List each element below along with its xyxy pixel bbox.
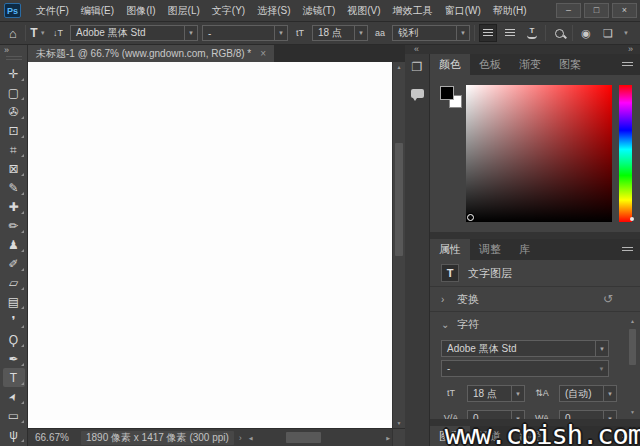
reset-transform-icon[interactable]: ↺ xyxy=(603,292,613,306)
color-tab-0[interactable]: 颜色 xyxy=(430,54,470,75)
eraser-tool[interactable]: ▱ xyxy=(3,273,25,292)
panel-menu-icon[interactable] xyxy=(622,62,633,68)
lasso-tool-icon: ✇ xyxy=(8,106,18,118)
char-font-style-select[interactable]: - ▼ xyxy=(441,360,609,377)
hue-slider-marker[interactable] xyxy=(630,217,634,221)
hue-slider[interactable] xyxy=(619,85,632,222)
char-tracking-select[interactable]: 0 ▼ xyxy=(559,410,617,419)
scroll-down-icon[interactable]: ▼ xyxy=(393,419,405,427)
hand-tool[interactable]: ψ xyxy=(3,425,25,444)
menu-item-10[interactable]: 帮助(H) xyxy=(487,0,533,21)
char-kerning-select[interactable]: 0 ▼ xyxy=(467,410,525,419)
document-tab[interactable]: 未标题-1 @ 66.7% (www.gndown.com, RGB/8) * … xyxy=(28,45,274,62)
layers-tab-0[interactable]: 图层 xyxy=(430,426,470,446)
color-tab-3[interactable]: 图案 xyxy=(550,54,590,75)
menu-item-6[interactable]: 滤镜(T) xyxy=(297,0,342,21)
lasso-tool[interactable]: ✇ xyxy=(3,102,25,121)
horizontal-scroll-thumb[interactable] xyxy=(286,432,321,443)
home-icon[interactable]: ⌂ xyxy=(5,24,21,42)
anti-alias-select[interactable]: 锐利 ▼ xyxy=(392,25,470,41)
eyedropper-tool[interactable]: ✎ xyxy=(3,178,25,197)
status-chevron-icon[interactable]: › xyxy=(239,433,242,443)
panel-menu-icon[interactable] xyxy=(622,247,633,253)
properties-tab-0[interactable]: 属性 xyxy=(430,239,470,260)
move-tool[interactable]: ✛ xyxy=(3,64,25,83)
minimize-button[interactable]: – xyxy=(556,3,581,18)
color-field-marker[interactable] xyxy=(467,214,474,221)
spot-healing-brush-tool[interactable]: ✚ xyxy=(3,197,25,216)
rectangular-marquee-tool[interactable]: ▢ xyxy=(3,83,25,102)
help-button[interactable]: ◉ xyxy=(577,24,595,42)
foreground-color-swatch[interactable] xyxy=(440,86,454,100)
color-tab-2[interactable]: 渐变 xyxy=(510,54,550,75)
properties-scroll-thumb[interactable] xyxy=(629,329,636,365)
gradient-tool[interactable]: ▤ xyxy=(3,292,25,311)
clone-stamp-tool[interactable]: ♟ xyxy=(3,235,25,254)
menu-item-0[interactable]: 文件(F) xyxy=(30,0,75,21)
collapse-panels-chevron[interactable]: « xyxy=(414,45,419,54)
properties-tab-1[interactable]: 调整 xyxy=(470,239,510,260)
history-brush-tool[interactable]: ✐ xyxy=(3,254,25,273)
libraries-panel-icon[interactable]: ❐ xyxy=(408,60,426,74)
scroll-up-icon[interactable]: ▲ xyxy=(393,63,405,71)
scroll-right-icon[interactable]: ▶ xyxy=(386,429,390,446)
object-selection-tool[interactable]: ⊡ xyxy=(3,121,25,140)
chevron-down-icon: ▼ xyxy=(456,26,469,40)
type-tool-preset-button[interactable]: T ▼ xyxy=(30,24,46,42)
layers-tab-1[interactable]: 通道 xyxy=(470,426,510,446)
font-family-select[interactable]: Adobe 黑体 Std ▼ xyxy=(70,25,198,41)
char-leading-select[interactable]: (自动) ▼ xyxy=(559,385,617,402)
transform-section-header[interactable]: › 变换 ↺ xyxy=(430,287,640,312)
canvas[interactable] xyxy=(28,62,392,428)
menu-item-5[interactable]: 选择(S) xyxy=(251,0,296,21)
font-style-select[interactable]: - ▼ xyxy=(202,25,288,41)
menu-item-4[interactable]: 文字(Y) xyxy=(206,0,251,21)
scroll-down-icon[interactable]: ▼ xyxy=(627,408,638,416)
text-orientation-toggle[interactable]: ↓T xyxy=(50,24,66,42)
font-size-select[interactable]: 18 点 ▼ xyxy=(312,25,368,41)
toolbar-collapse-chevron[interactable]: » xyxy=(0,45,13,55)
menu-item-7[interactable]: 视图(V) xyxy=(341,0,386,21)
close-button[interactable]: × xyxy=(612,3,637,18)
toolbar-grip[interactable] xyxy=(6,56,22,60)
menu-item-3[interactable]: 图层(L) xyxy=(162,0,206,21)
menu-item-9[interactable]: 窗口(W) xyxy=(439,0,487,21)
char-size-select[interactable]: 18 点 ▼ xyxy=(467,385,525,402)
color-field[interactable] xyxy=(466,85,612,222)
properties-scrollbar[interactable]: ▲ ▼ xyxy=(627,317,638,416)
horizontal-type-tool[interactable]: T xyxy=(3,368,25,387)
color-tab-1[interactable]: 色板 xyxy=(470,54,510,75)
panel-toggle-button[interactable]: ❏ xyxy=(599,24,617,42)
layers-tab-2[interactable]: 路径 xyxy=(510,426,550,446)
warp-text-button[interactable]: T xyxy=(523,24,541,42)
align-left-button[interactable] xyxy=(479,24,497,42)
panel-menu-icon[interactable] xyxy=(622,434,633,440)
brush-tool[interactable]: ✏ xyxy=(3,216,25,235)
text-layer-icon: T xyxy=(441,264,459,282)
search-button[interactable] xyxy=(550,24,568,42)
comments-panel-icon[interactable] xyxy=(408,86,426,100)
menu-item-8[interactable]: 增效工具 xyxy=(387,0,439,21)
expand-panels-chevron[interactable]: » xyxy=(628,45,633,54)
close-tab-icon[interactable]: × xyxy=(260,48,266,59)
vertical-scroll-thumb[interactable] xyxy=(395,143,403,256)
frame-tool[interactable]: ⊠ xyxy=(3,159,25,178)
rectangle-tool[interactable]: ▭ xyxy=(3,406,25,425)
properties-tab-2[interactable]: 库 xyxy=(510,239,539,260)
scroll-left-icon[interactable]: ◀ xyxy=(249,429,253,446)
path-selection-tool[interactable]: ➤ xyxy=(3,387,25,406)
vertical-scrollbar[interactable]: ▲ ▼ xyxy=(392,62,405,428)
menu-item-1[interactable]: 编辑(E) xyxy=(75,0,120,21)
crop-tool[interactable]: ⌗ xyxy=(3,140,25,159)
horizontal-scrollbar[interactable]: ◀ ▶ xyxy=(247,429,392,446)
menu-item-2[interactable]: 图像(I) xyxy=(120,0,161,21)
char-font-family-select[interactable]: Adobe 黑体 Std ▼ xyxy=(441,340,609,357)
pen-tool[interactable]: ✒ xyxy=(3,349,25,368)
align-center-button[interactable] xyxy=(501,24,519,42)
zoom-level-field[interactable]: 66.67% xyxy=(35,432,75,443)
maximize-button[interactable]: □ xyxy=(584,3,609,18)
character-section-header[interactable]: ⌄ 字符 xyxy=(430,312,640,337)
dodge-tool[interactable]: Ϙ xyxy=(3,330,25,349)
scroll-up-icon[interactable]: ▲ xyxy=(627,317,638,325)
blur-tool[interactable]: ❜ xyxy=(3,311,25,330)
